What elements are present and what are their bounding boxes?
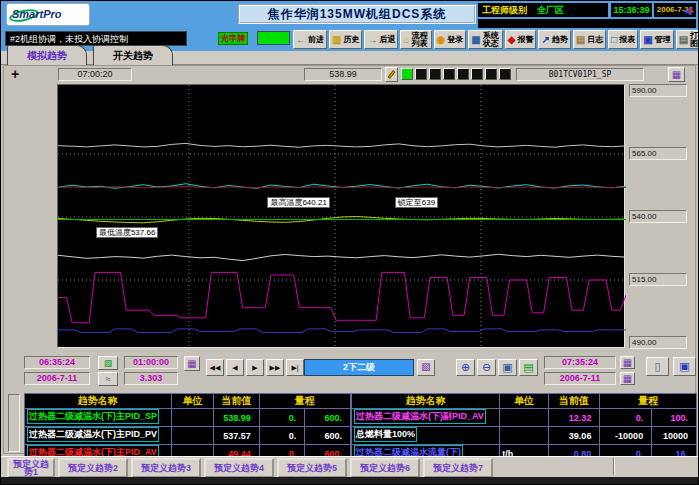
alarm-message-bar[interactable]: #2机组协调，未投入协调控制 (5, 31, 187, 46)
back-button[interactable]: →后退 (364, 30, 398, 49)
fast-forward-button[interactable]: ▶▶ (266, 359, 284, 376)
cursor-time-box: 07:00:20 (58, 68, 132, 81)
system-status-button[interactable]: ▦系统状态 (468, 30, 502, 49)
save-button[interactable]: ▣ (498, 359, 517, 376)
calendar-icon[interactable]: ▦ (620, 372, 635, 385)
col-header-value: 当前值 (214, 394, 260, 409)
trend-unit (171, 427, 213, 445)
col-header-name: 趋势名称 (25, 394, 172, 409)
trend-name[interactable]: 总燃料量100% (354, 427, 417, 442)
trend-tables: 趋势名称 单位 当前值 量程 过热器二级减温水(下)主PID_SP 538.99… (4, 393, 695, 454)
pen-select-5[interactable] (457, 68, 469, 80)
pen-icon[interactable] (385, 67, 398, 82)
trend-range-min: 0. (259, 409, 305, 427)
manage-icon: ▣ (643, 35, 652, 45)
y-axis-label: 515.00 (629, 273, 687, 286)
chart-annotation: 锁定至639 (395, 197, 438, 208)
crosshair-icon[interactable]: + (11, 67, 19, 82)
tab-predefined-trend-7[interactable]: 预定义趋势7 (423, 458, 493, 478)
pen-select-6[interactable] (471, 68, 483, 80)
pen-select-2[interactable] (415, 68, 427, 80)
start-time-box: 06:35:24 (24, 356, 90, 369)
tab-predefined-trend-4[interactable]: 预定义趋势4 (204, 458, 274, 478)
calendar-icon[interactable]: ▦ (668, 67, 685, 82)
trend-table-right: 趋势名称 单位 当前值 量程 过热器二级减温水(下)副PID_AV 12.32 … (351, 393, 697, 454)
chart-annotation: 最低温度537.66 (96, 227, 158, 238)
start-date-box: 2006-7-11 (24, 372, 90, 385)
pen-select-7[interactable] (485, 68, 497, 80)
rewind-button[interactable]: ◀◀ (206, 359, 224, 376)
tab-predefined-trend-5[interactable]: 预定义趋势5 (277, 458, 347, 478)
status-lamp[interactable] (257, 31, 290, 45)
tab-switch-trend[interactable]: 开关趋势 (93, 45, 173, 65)
trend-unit (500, 409, 548, 427)
select-image-button[interactable]: ▧ (417, 359, 435, 376)
tab-predefined-trend-3[interactable]: 预定义趋势3 (131, 458, 201, 478)
alarm-icon: ◆ (508, 35, 516, 45)
playback-buttons: ◀◀ ◀ ▶ ▶▶ ▶| (206, 359, 304, 376)
trend-name[interactable]: 过热器二级减温水(下)副PID_AV (354, 409, 486, 424)
trend-current-value: 537.57 (214, 427, 260, 445)
step-forward-button[interactable]: ▶ (246, 359, 264, 376)
history-button[interactable]: ▥历史 (329, 30, 362, 49)
new-document-button[interactable]: ▯ (646, 357, 669, 376)
window-bottom-edge (1, 477, 698, 484)
print-graphic-button[interactable]: ▤打印图形 (676, 30, 699, 49)
pen-select-4[interactable] (443, 68, 455, 80)
tab-predefined-trend-1[interactable]: 预定义趋势1 (7, 458, 55, 478)
clock-time: 15:36:39 (611, 3, 652, 17)
table-header-row: 趋势名称 单位 当前值 量程 (352, 394, 697, 409)
save-file-button[interactable]: ▣ (673, 357, 696, 376)
table-row: 总燃料量100% 39.06 -10000 10000 (352, 427, 697, 445)
table-row: 过热器二级减温水(下)主PID_SP 538.99 0. 600. (25, 409, 351, 427)
tab-predefined-trend-6[interactable]: 预定义趋势6 (350, 458, 420, 478)
trend-plot[interactable]: 最低温度537.66最高温度640.21锁定至639 (57, 84, 625, 348)
trend-group-select[interactable]: 2下二级 (304, 359, 414, 376)
step-back-button[interactable]: ◀ (226, 359, 244, 376)
col-header-unit: 单位 (500, 394, 548, 409)
trend-button[interactable]: ↗趋势 (538, 30, 570, 49)
trend-current-value: 538.99 (214, 409, 260, 427)
end-time-box: 07:35:24 (544, 356, 616, 369)
tab-analog-trend[interactable]: 模拟趋势 (7, 45, 87, 65)
trend-name[interactable]: 过热器二级减温水(下)主PID_SP (27, 409, 159, 424)
trend-current-value: 12.32 (548, 409, 600, 427)
calendar-icon[interactable]: ▦ (184, 356, 200, 371)
alarm-button[interactable]: ◆报警 (505, 30, 537, 49)
trend-name[interactable]: 过热器二级减温水(下)主PID_PV (27, 427, 159, 442)
arrow-right-icon: → (367, 35, 377, 45)
calendar-icon[interactable]: ▦ (620, 356, 635, 369)
trend-unit (171, 409, 213, 427)
annotation-layer: 最低温度537.66最高温度640.21锁定至639 (58, 85, 624, 347)
speaker-muted-icon[interactable]: ◀× (684, 4, 698, 17)
zoom-out-button[interactable]: ⊖ (477, 359, 496, 376)
dcs-trend-window: SmartPro 焦作华润135MW机组DCS系统 工程师级别 全厂区 15:3… (0, 0, 699, 485)
lock-icon: ◉ (437, 35, 446, 45)
tab-predefined-trend-2[interactable]: 预定义趋势2 (58, 458, 128, 478)
col-header-name: 趋势名称 (352, 394, 500, 409)
pen-select-1[interactable] (401, 68, 413, 80)
skip-to-end-button[interactable]: ▶| (286, 359, 304, 376)
trend-range-min: 0. (259, 427, 305, 445)
print-button[interactable]: ▤ (519, 359, 538, 376)
login-button[interactable]: ◉登录 (434, 30, 467, 49)
predefined-trend-tabbar: 预定义趋势1 预定义趋势2 预定义趋势3 预定义趋势4 预定义趋势5 预定义趋势… (1, 456, 698, 479)
trend-range-max: 10000 (652, 427, 697, 445)
history-icon: ▥ (332, 35, 341, 45)
annunciator-badge[interactable]: 光字牌 (218, 32, 248, 45)
col-header-unit: 单位 (171, 394, 213, 409)
chart-line-icon[interactable]: ≈ (98, 372, 118, 386)
manage-button[interactable]: ▣管理 (640, 30, 673, 49)
process-list-button[interactable]: ⌂流程列表 (400, 30, 431, 49)
report-button[interactable]: □报表 (608, 30, 638, 49)
col-header-range: 量程 (259, 394, 350, 409)
system-status-icon: ▦ (471, 35, 480, 45)
table-header-row: 趋势名称 单位 当前值 量程 (25, 394, 351, 409)
table-row: 过热器二级减温水(下)主PID_PV 537.57 0. 600. (25, 427, 351, 445)
zoom-in-button[interactable]: ⊕ (456, 359, 475, 376)
trend-image-icon[interactable]: ▧ (98, 356, 118, 370)
log-button[interactable]: ▤日志 (573, 30, 606, 49)
pen-select-3[interactable] (429, 68, 441, 80)
pen-select-8[interactable] (499, 68, 511, 80)
forward-button[interactable]: ←前进 (293, 30, 327, 49)
